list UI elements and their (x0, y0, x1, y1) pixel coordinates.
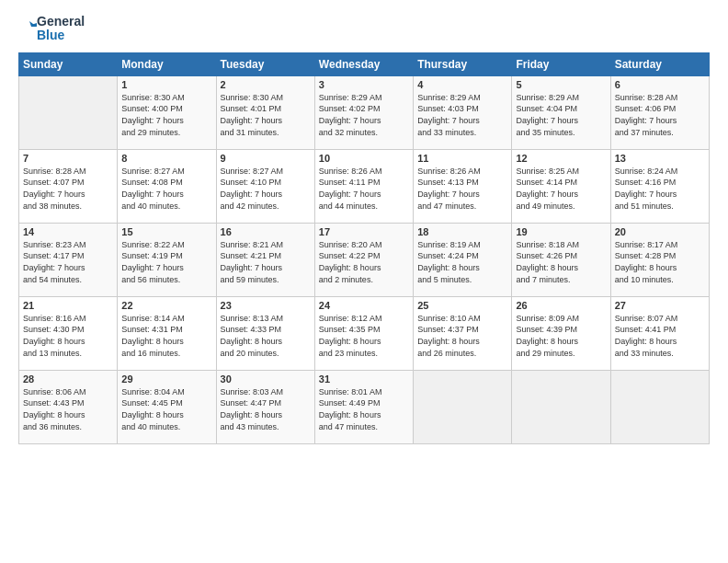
day-info: Sunrise: 8:30 AMSunset: 4:01 PMDaylight:… (221, 92, 311, 138)
calendar-cell (19, 75, 118, 149)
day-info: Sunrise: 8:26 AMSunset: 4:13 PMDaylight:… (417, 166, 507, 212)
day-info: Sunrise: 8:09 AMSunset: 4:39 PMDaylight:… (516, 313, 606, 359)
calendar-cell (610, 370, 709, 443)
day-number: 2 (221, 79, 311, 90)
day-info: Sunrise: 8:26 AMSunset: 4:11 PMDaylight:… (319, 166, 409, 212)
calendar-cell: 16Sunrise: 8:21 AMSunset: 4:21 PMDayligh… (216, 223, 314, 296)
calendar-cell (512, 370, 610, 443)
day-info: Sunrise: 8:19 AMSunset: 4:24 PMDaylight:… (417, 239, 507, 285)
day-number: 4 (417, 79, 507, 90)
day-number: 14 (23, 226, 113, 237)
day-info: Sunrise: 8:03 AMSunset: 4:47 PMDaylight:… (221, 386, 311, 432)
logo-container: General Blue (18, 15, 85, 43)
day-info: Sunrise: 8:07 AMSunset: 4:41 PMDaylight:… (615, 313, 705, 359)
day-number: 11 (417, 153, 507, 164)
day-number: 15 (121, 226, 211, 237)
day-info: Sunrise: 8:24 AMSunset: 4:16 PMDaylight:… (615, 166, 705, 212)
day-info: Sunrise: 8:27 AMSunset: 4:10 PMDaylight:… (221, 166, 311, 212)
logo-bird-icon (18, 17, 37, 40)
day-info: Sunrise: 8:17 AMSunset: 4:28 PMDaylight:… (615, 239, 705, 285)
day-info: Sunrise: 8:28 AMSunset: 4:06 PMDaylight:… (615, 92, 705, 138)
calendar-cell: 2Sunrise: 8:30 AMSunset: 4:01 PMDaylight… (216, 75, 314, 149)
day-number: 31 (319, 373, 409, 385)
calendar-cell: 22Sunrise: 8:14 AMSunset: 4:31 PMDayligh… (118, 296, 216, 370)
day-info: Sunrise: 8:28 AMSunset: 4:07 PMDaylight:… (23, 166, 113, 212)
day-info: Sunrise: 8:13 AMSunset: 4:33 PMDaylight:… (221, 313, 311, 359)
week-row-5: 28Sunrise: 8:06 AMSunset: 4:43 PMDayligh… (19, 370, 710, 443)
day-info: Sunrise: 8:18 AMSunset: 4:26 PMDaylight:… (516, 239, 606, 285)
calendar-cell: 30Sunrise: 8:03 AMSunset: 4:47 PMDayligh… (216, 370, 314, 443)
day-number: 25 (417, 300, 507, 311)
calendar-cell: 9Sunrise: 8:27 AMSunset: 4:10 PMDaylight… (216, 149, 314, 223)
calendar-cell: 1Sunrise: 8:30 AMSunset: 4:00 PMDaylight… (118, 75, 216, 149)
day-number: 20 (615, 226, 705, 237)
calendar-cell: 20Sunrise: 8:17 AMSunset: 4:28 PMDayligh… (610, 223, 709, 296)
header-sunday: Sunday (19, 52, 118, 75)
day-info: Sunrise: 8:06 AMSunset: 4:43 PMDaylight:… (23, 386, 113, 432)
calendar-cell: 13Sunrise: 8:24 AMSunset: 4:16 PMDayligh… (610, 149, 709, 223)
calendar-cell: 31Sunrise: 8:01 AMSunset: 4:49 PMDayligh… (314, 370, 413, 443)
day-number: 10 (319, 153, 409, 164)
day-info: Sunrise: 8:21 AMSunset: 4:21 PMDaylight:… (221, 239, 311, 285)
day-info: Sunrise: 8:12 AMSunset: 4:35 PMDaylight:… (319, 313, 409, 359)
calendar-cell: 23Sunrise: 8:13 AMSunset: 4:33 PMDayligh… (216, 296, 314, 370)
day-number: 13 (615, 153, 705, 164)
day-number: 7 (23, 153, 113, 164)
day-info: Sunrise: 8:23 AMSunset: 4:17 PMDaylight:… (23, 239, 113, 285)
calendar-cell: 26Sunrise: 8:09 AMSunset: 4:39 PMDayligh… (512, 296, 610, 370)
calendar-cell: 4Sunrise: 8:29 AMSunset: 4:03 PMDaylight… (414, 75, 512, 149)
day-info: Sunrise: 8:14 AMSunset: 4:31 PMDaylight:… (121, 313, 211, 359)
week-row-4: 21Sunrise: 8:16 AMSunset: 4:30 PMDayligh… (19, 296, 710, 370)
day-number: 17 (319, 226, 409, 237)
day-number: 5 (516, 79, 606, 90)
header-wednesday: Wednesday (314, 52, 413, 75)
day-info: Sunrise: 8:29 AMSunset: 4:02 PMDaylight:… (319, 92, 409, 138)
calendar-cell: 11Sunrise: 8:26 AMSunset: 4:13 PMDayligh… (414, 149, 512, 223)
calendar-cell: 21Sunrise: 8:16 AMSunset: 4:30 PMDayligh… (19, 296, 118, 370)
week-row-3: 14Sunrise: 8:23 AMSunset: 4:17 PMDayligh… (19, 223, 710, 296)
week-row-1: 1Sunrise: 8:30 AMSunset: 4:00 PMDaylight… (19, 75, 710, 149)
day-number: 3 (319, 79, 409, 90)
day-info: Sunrise: 8:01 AMSunset: 4:49 PMDaylight:… (319, 386, 409, 432)
header-saturday: Saturday (610, 52, 709, 75)
day-number: 21 (23, 300, 113, 311)
day-number: 29 (121, 373, 211, 385)
calendar-cell: 7Sunrise: 8:28 AMSunset: 4:07 PMDaylight… (19, 149, 118, 223)
day-info: Sunrise: 8:29 AMSunset: 4:04 PMDaylight:… (516, 92, 606, 138)
header-friday: Friday (512, 52, 610, 75)
calendar-cell: 17Sunrise: 8:20 AMSunset: 4:22 PMDayligh… (314, 223, 413, 296)
calendar-cell: 8Sunrise: 8:27 AMSunset: 4:08 PMDaylight… (118, 149, 216, 223)
day-info: Sunrise: 8:25 AMSunset: 4:14 PMDaylight:… (516, 166, 606, 212)
day-number: 9 (221, 153, 311, 164)
week-row-2: 7Sunrise: 8:28 AMSunset: 4:07 PMDaylight… (19, 149, 710, 223)
day-number: 23 (221, 300, 311, 311)
day-number: 26 (516, 300, 606, 311)
day-info: Sunrise: 8:20 AMSunset: 4:22 PMDaylight:… (319, 239, 409, 285)
day-number: 16 (221, 226, 311, 237)
day-number: 12 (516, 153, 606, 164)
calendar-cell: 19Sunrise: 8:18 AMSunset: 4:26 PMDayligh… (512, 223, 610, 296)
calendar-cell: 3Sunrise: 8:29 AMSunset: 4:02 PMDaylight… (314, 75, 413, 149)
calendar-cell (414, 370, 512, 443)
day-info: Sunrise: 8:04 AMSunset: 4:45 PMDaylight:… (121, 386, 211, 432)
calendar-cell: 27Sunrise: 8:07 AMSunset: 4:41 PMDayligh… (610, 296, 709, 370)
day-number: 19 (516, 226, 606, 237)
day-number: 8 (121, 153, 211, 164)
day-number: 6 (615, 79, 705, 90)
calendar-cell: 10Sunrise: 8:26 AMSunset: 4:11 PMDayligh… (314, 149, 413, 223)
header-tuesday: Tuesday (216, 52, 314, 75)
day-number: 22 (121, 300, 211, 311)
header-thursday: Thursday (414, 52, 512, 75)
calendar-cell: 14Sunrise: 8:23 AMSunset: 4:17 PMDayligh… (19, 223, 118, 296)
page: General Blue SundayMondayTuesdayWednesda… (0, 0, 728, 563)
day-info: Sunrise: 8:29 AMSunset: 4:03 PMDaylight:… (417, 92, 507, 138)
header-monday: Monday (118, 52, 216, 75)
day-number: 1 (121, 79, 211, 90)
day-number: 30 (221, 373, 311, 385)
day-info: Sunrise: 8:16 AMSunset: 4:30 PMDaylight:… (23, 313, 113, 359)
calendar-cell: 29Sunrise: 8:04 AMSunset: 4:45 PMDayligh… (118, 370, 216, 443)
day-info: Sunrise: 8:27 AMSunset: 4:08 PMDaylight:… (121, 166, 211, 212)
calendar-table: SundayMondayTuesdayWednesdayThursdayFrid… (18, 52, 710, 444)
day-info: Sunrise: 8:22 AMSunset: 4:19 PMDaylight:… (121, 239, 211, 285)
header: General Blue (18, 15, 710, 43)
